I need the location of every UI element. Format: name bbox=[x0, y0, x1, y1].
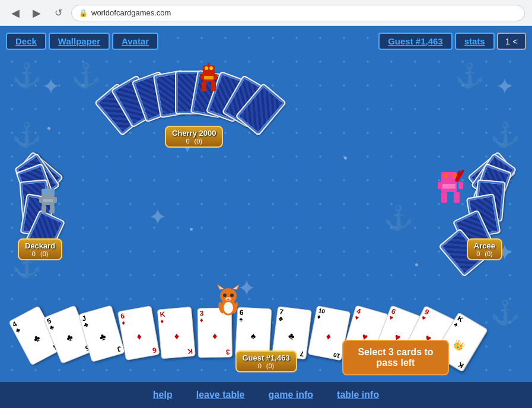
dot-decoration bbox=[190, 228, 193, 231]
forward-button[interactable]: ▶ bbox=[28, 5, 45, 21]
svg-rect-8 bbox=[208, 63, 210, 66]
arcee-avatar bbox=[434, 167, 467, 211]
svg-rect-2 bbox=[214, 74, 217, 79]
browser-chrome: ◀ ▶ ↺ 🔒 worldofcardgames.com bbox=[0, 0, 532, 26]
help-button[interactable]: help bbox=[153, 390, 173, 400]
avatar-button[interactable]: Avatar bbox=[112, 33, 158, 50]
svg-point-7 bbox=[209, 66, 213, 70]
arcee-total: (0) bbox=[485, 250, 492, 257]
svg-rect-14 bbox=[50, 205, 55, 213]
svg-rect-1 bbox=[200, 74, 204, 79]
table-info-button[interactable]: table info bbox=[337, 390, 379, 400]
address-bar: 🔒 worldofcardgames.com bbox=[71, 5, 525, 21]
svg-point-38 bbox=[230, 294, 234, 297]
left-player-card-fan bbox=[17, 136, 123, 254]
hand-card-4[interactable]: K♦ ♦ K bbox=[157, 307, 196, 359]
svg-rect-23 bbox=[441, 192, 447, 203]
stats-button[interactable]: stats bbox=[455, 33, 495, 50]
deckard-avatar bbox=[36, 185, 60, 218]
leave-table-button[interactable]: leave table bbox=[196, 390, 245, 400]
pass-tooltip-line1: Select 3 cards to bbox=[358, 347, 433, 357]
svg-point-17 bbox=[49, 190, 53, 193]
game-area: ⚓ ⚓ ✦ ⚓ ✦ ⚓ ✦ ⚓ ✦ ⚓ ✦ ⚓ ✦ ⚓ Deck Wallpap… bbox=[0, 26, 532, 408]
guest-button[interactable]: Guest #1,463 bbox=[378, 33, 453, 50]
svg-point-16 bbox=[43, 190, 47, 193]
nav-left: Deck Wallpaper Avatar bbox=[6, 33, 158, 50]
pass-tooltip-line2: pass left bbox=[377, 358, 415, 368]
dot-decoration bbox=[344, 157, 347, 160]
svg-rect-22 bbox=[458, 182, 463, 189]
pass-left-tooltip: Select 3 cards to pass left bbox=[342, 340, 449, 375]
back-button[interactable]: ◀ bbox=[7, 5, 24, 21]
cherry-score: 0 bbox=[186, 138, 189, 145]
reload-button[interactable]: ↺ bbox=[50, 5, 66, 21]
deckard-score: 0 bbox=[32, 250, 36, 257]
svg-rect-18 bbox=[47, 186, 49, 190]
svg-rect-12 bbox=[53, 197, 57, 203]
svg-rect-24 bbox=[454, 192, 460, 203]
wallpaper-button[interactable]: Wallpaper bbox=[49, 33, 110, 50]
svg-rect-19 bbox=[43, 199, 53, 202]
svg-point-40 bbox=[227, 299, 230, 301]
cherry-2000-avatar bbox=[195, 60, 223, 100]
svg-rect-13 bbox=[42, 205, 46, 213]
svg-point-41 bbox=[224, 302, 233, 314]
svg-point-6 bbox=[205, 66, 208, 70]
nav-right: Guest #1,463 stats 1 < bbox=[378, 33, 526, 50]
svg-rect-21 bbox=[438, 182, 442, 189]
arcee-score: 0 bbox=[476, 250, 480, 257]
cherry-total: (0) bbox=[195, 138, 202, 145]
cherry-2000-plate: Cherry 2000 0 (0) bbox=[165, 126, 223, 148]
svg-rect-4 bbox=[211, 82, 216, 91]
guest-score: 0 bbox=[258, 362, 262, 369]
game-counter: 1 < bbox=[497, 33, 526, 50]
svg-rect-3 bbox=[202, 82, 206, 91]
dot-decoration bbox=[47, 127, 50, 130]
svg-point-37 bbox=[223, 294, 227, 297]
game-info-button[interactable]: game info bbox=[269, 390, 314, 400]
deckard-total: (0) bbox=[40, 250, 48, 257]
guest-total: (0) bbox=[266, 362, 274, 369]
svg-point-26 bbox=[444, 173, 448, 178]
svg-rect-28 bbox=[442, 184, 455, 189]
guest-plate: Guest #1,463 0 (0) bbox=[235, 350, 297, 372]
svg-rect-9 bbox=[204, 76, 214, 79]
guest-avatar bbox=[214, 283, 243, 322]
svg-point-32 bbox=[220, 288, 237, 304]
deckard-plate: Deckard 0 (0) bbox=[18, 238, 62, 260]
arcee-plate: Arcee 0 (0) bbox=[467, 238, 502, 260]
deck-button[interactable]: Deck bbox=[6, 33, 46, 50]
lock-icon: 🔒 bbox=[79, 9, 88, 17]
svg-rect-5 bbox=[203, 65, 215, 74]
top-navigation: Deck Wallpaper Avatar Guest #1,463 stats… bbox=[0, 26, 532, 56]
url-text: worldofcardgames.com bbox=[91, 8, 171, 17]
bottom-navigation: help leave table game info table info bbox=[0, 382, 532, 408]
svg-rect-15 bbox=[42, 189, 55, 197]
svg-rect-11 bbox=[39, 197, 43, 203]
